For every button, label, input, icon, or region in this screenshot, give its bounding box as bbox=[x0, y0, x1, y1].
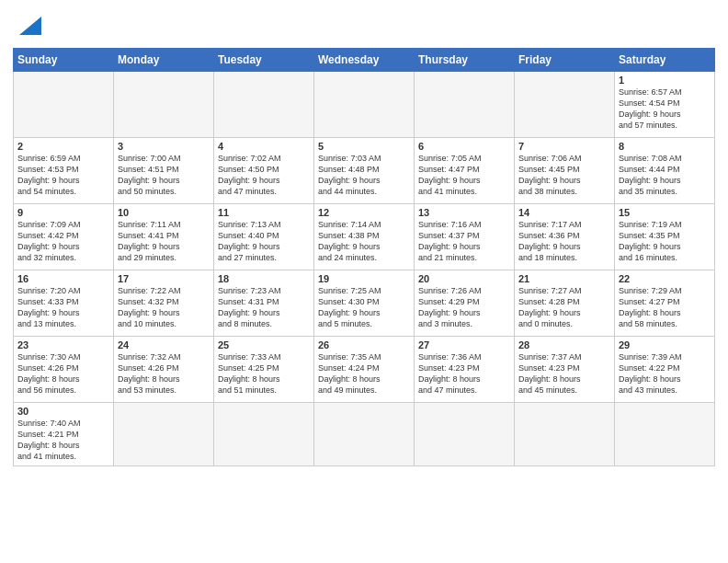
calendar-cell: 5Sunrise: 7:03 AM Sunset: 4:48 PM Daylig… bbox=[314, 138, 415, 204]
calendar-cell: 6Sunrise: 7:05 AM Sunset: 4:47 PM Daylig… bbox=[415, 138, 515, 204]
calendar-cell: 3Sunrise: 7:00 AM Sunset: 4:51 PM Daylig… bbox=[114, 138, 214, 204]
calendar-cell: 9Sunrise: 7:09 AM Sunset: 4:42 PM Daylig… bbox=[14, 204, 114, 270]
calendar-cell: 20Sunrise: 7:26 AM Sunset: 4:29 PM Dayli… bbox=[415, 270, 515, 337]
weekday-saturday: Saturday bbox=[615, 49, 715, 72]
svg-marker-0 bbox=[19, 17, 41, 35]
week-row-5: 23Sunrise: 7:30 AM Sunset: 4:26 PM Dayli… bbox=[14, 337, 715, 403]
calendar-cell bbox=[114, 403, 214, 466]
day-info: Sunrise: 7:27 AM Sunset: 4:28 PM Dayligh… bbox=[518, 285, 610, 330]
calendar-cell: 29Sunrise: 7:39 AM Sunset: 4:22 PM Dayli… bbox=[615, 337, 715, 403]
day-info: Sunrise: 7:00 AM Sunset: 4:51 PM Dayligh… bbox=[118, 153, 210, 198]
day-number: 13 bbox=[418, 207, 510, 218]
day-number: 23 bbox=[17, 339, 109, 350]
day-info: Sunrise: 7:33 AM Sunset: 4:25 PM Dayligh… bbox=[218, 351, 310, 396]
day-info: Sunrise: 7:20 AM Sunset: 4:33 PM Dayligh… bbox=[17, 285, 109, 330]
day-number: 27 bbox=[418, 339, 510, 350]
calendar-cell bbox=[114, 72, 214, 138]
day-number: 7 bbox=[518, 141, 610, 152]
day-number: 24 bbox=[118, 339, 210, 350]
calendar-cell bbox=[615, 403, 715, 466]
calendar-cell bbox=[14, 72, 114, 138]
calendar-cell: 19Sunrise: 7:25 AM Sunset: 4:30 PM Dayli… bbox=[314, 270, 415, 337]
day-info: Sunrise: 7:05 AM Sunset: 4:47 PM Dayligh… bbox=[418, 153, 510, 198]
calendar-header: SundayMondayTuesdayWednesdayThursdayFrid… bbox=[14, 49, 715, 72]
calendar-cell: 26Sunrise: 7:35 AM Sunset: 4:24 PM Dayli… bbox=[314, 337, 415, 403]
weekday-wednesday: Wednesday bbox=[314, 49, 415, 72]
calendar-cell bbox=[214, 403, 314, 466]
logo-text bbox=[13, 13, 41, 42]
day-info: Sunrise: 7:08 AM Sunset: 4:44 PM Dayligh… bbox=[619, 153, 711, 198]
calendar: SundayMondayTuesdayWednesdayThursdayFrid… bbox=[13, 48, 715, 466]
day-number: 18 bbox=[218, 273, 310, 284]
day-info: Sunrise: 7:22 AM Sunset: 4:32 PM Dayligh… bbox=[118, 285, 210, 330]
day-info: Sunrise: 7:11 AM Sunset: 4:41 PM Dayligh… bbox=[118, 219, 210, 264]
calendar-cell: 30Sunrise: 7:40 AM Sunset: 4:21 PM Dayli… bbox=[14, 403, 114, 466]
day-number: 3 bbox=[118, 141, 210, 152]
calendar-cell: 10Sunrise: 7:11 AM Sunset: 4:41 PM Dayli… bbox=[114, 204, 214, 270]
calendar-cell: 17Sunrise: 7:22 AM Sunset: 4:32 PM Dayli… bbox=[114, 270, 214, 337]
calendar-cell bbox=[214, 72, 314, 138]
day-info: Sunrise: 7:39 AM Sunset: 4:22 PM Dayligh… bbox=[619, 351, 711, 396]
day-number: 12 bbox=[318, 207, 410, 218]
day-info: Sunrise: 7:30 AM Sunset: 4:26 PM Dayligh… bbox=[17, 351, 109, 396]
day-number: 17 bbox=[118, 273, 210, 284]
calendar-cell: 14Sunrise: 7:17 AM Sunset: 4:36 PM Dayli… bbox=[515, 204, 615, 270]
week-row-2: 2Sunrise: 6:59 AM Sunset: 4:53 PM Daylig… bbox=[14, 138, 715, 204]
calendar-cell bbox=[314, 72, 415, 138]
day-info: Sunrise: 7:14 AM Sunset: 4:38 PM Dayligh… bbox=[318, 219, 410, 264]
day-number: 2 bbox=[17, 141, 109, 152]
calendar-cell: 8Sunrise: 7:08 AM Sunset: 4:44 PM Daylig… bbox=[615, 138, 715, 204]
calendar-cell: 21Sunrise: 7:27 AM Sunset: 4:28 PM Dayli… bbox=[515, 270, 615, 337]
calendar-cell: 24Sunrise: 7:32 AM Sunset: 4:26 PM Dayli… bbox=[114, 337, 214, 403]
day-info: Sunrise: 7:37 AM Sunset: 4:23 PM Dayligh… bbox=[518, 351, 610, 396]
calendar-cell: 2Sunrise: 6:59 AM Sunset: 4:53 PM Daylig… bbox=[14, 138, 114, 204]
calendar-body: 1Sunrise: 6:57 AM Sunset: 4:54 PM Daylig… bbox=[14, 72, 715, 466]
weekday-tuesday: Tuesday bbox=[214, 49, 314, 72]
page: SundayMondayTuesdayWednesdayThursdayFrid… bbox=[0, 0, 728, 563]
day-number: 5 bbox=[318, 141, 410, 152]
week-row-1: 1Sunrise: 6:57 AM Sunset: 4:54 PM Daylig… bbox=[14, 72, 715, 138]
calendar-cell: 15Sunrise: 7:19 AM Sunset: 4:35 PM Dayli… bbox=[615, 204, 715, 270]
calendar-cell bbox=[415, 72, 515, 138]
day-info: Sunrise: 7:32 AM Sunset: 4:26 PM Dayligh… bbox=[118, 351, 210, 396]
day-number: 11 bbox=[218, 207, 310, 218]
day-info: Sunrise: 7:16 AM Sunset: 4:37 PM Dayligh… bbox=[418, 219, 510, 264]
weekday-sunday: Sunday bbox=[14, 49, 114, 72]
calendar-cell: 28Sunrise: 7:37 AM Sunset: 4:23 PM Dayli… bbox=[515, 337, 615, 403]
day-info: Sunrise: 6:59 AM Sunset: 4:53 PM Dayligh… bbox=[17, 153, 109, 198]
day-number: 29 bbox=[619, 339, 711, 350]
calendar-cell bbox=[515, 72, 615, 138]
logo bbox=[13, 13, 41, 42]
calendar-cell: 11Sunrise: 7:13 AM Sunset: 4:40 PM Dayli… bbox=[214, 204, 314, 270]
week-row-6: 30Sunrise: 7:40 AM Sunset: 4:21 PM Dayli… bbox=[14, 403, 715, 466]
calendar-cell: 4Sunrise: 7:02 AM Sunset: 4:50 PM Daylig… bbox=[214, 138, 314, 204]
calendar-cell: 18Sunrise: 7:23 AM Sunset: 4:31 PM Dayli… bbox=[214, 270, 314, 337]
header bbox=[13, 9, 715, 42]
day-number: 6 bbox=[418, 141, 510, 152]
day-info: Sunrise: 7:02 AM Sunset: 4:50 PM Dayligh… bbox=[218, 153, 310, 198]
logo-icon bbox=[16, 13, 41, 39]
day-number: 16 bbox=[17, 273, 109, 284]
day-info: Sunrise: 7:17 AM Sunset: 4:36 PM Dayligh… bbox=[518, 219, 610, 264]
week-row-4: 16Sunrise: 7:20 AM Sunset: 4:33 PM Dayli… bbox=[14, 270, 715, 337]
day-number: 22 bbox=[619, 273, 711, 284]
day-number: 10 bbox=[118, 207, 210, 218]
day-number: 30 bbox=[17, 406, 109, 417]
day-number: 28 bbox=[518, 339, 610, 350]
day-info: Sunrise: 6:57 AM Sunset: 4:54 PM Dayligh… bbox=[619, 86, 711, 132]
weekday-thursday: Thursday bbox=[415, 49, 515, 72]
day-info: Sunrise: 7:09 AM Sunset: 4:42 PM Dayligh… bbox=[17, 219, 109, 264]
day-number: 8 bbox=[619, 141, 711, 152]
calendar-cell: 22Sunrise: 7:29 AM Sunset: 4:27 PM Dayli… bbox=[615, 270, 715, 337]
calendar-cell: 12Sunrise: 7:14 AM Sunset: 4:38 PM Dayli… bbox=[314, 204, 415, 270]
day-number: 20 bbox=[418, 273, 510, 284]
weekday-monday: Monday bbox=[114, 49, 214, 72]
day-info: Sunrise: 7:19 AM Sunset: 4:35 PM Dayligh… bbox=[619, 219, 711, 264]
day-number: 1 bbox=[619, 75, 711, 86]
calendar-cell: 13Sunrise: 7:16 AM Sunset: 4:37 PM Dayli… bbox=[415, 204, 515, 270]
calendar-cell bbox=[515, 403, 615, 466]
day-number: 25 bbox=[218, 339, 310, 350]
day-info: Sunrise: 7:03 AM Sunset: 4:48 PM Dayligh… bbox=[318, 153, 410, 198]
calendar-cell: 25Sunrise: 7:33 AM Sunset: 4:25 PM Dayli… bbox=[214, 337, 314, 403]
calendar-cell: 23Sunrise: 7:30 AM Sunset: 4:26 PM Dayli… bbox=[14, 337, 114, 403]
